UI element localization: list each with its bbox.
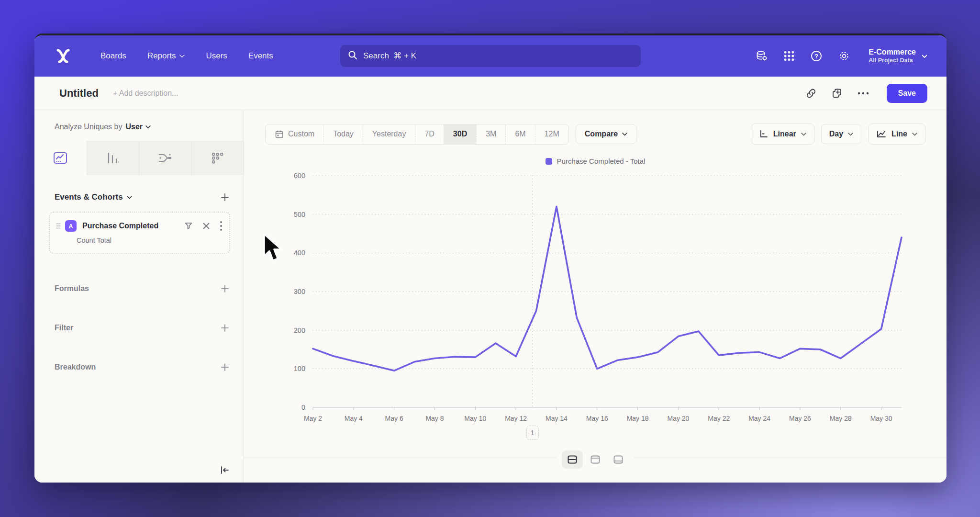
filter-event-icon[interactable]: [184, 222, 193, 230]
svg-text:600: 600: [294, 172, 305, 180]
analyze-label: Analyze Uniques by: [55, 123, 122, 131]
svg-text:May 22: May 22: [708, 415, 730, 422]
sidebar-sections: FormulasFilterBreakdown: [34, 284, 244, 371]
data-management-icon[interactable]: [756, 50, 768, 62]
nav-right-group: ? E-Commerce All Project Data: [756, 47, 927, 65]
legend-series-label: Purchase Completed - Total: [557, 157, 646, 165]
search-icon: [348, 50, 357, 62]
layout-top-panel-button[interactable]: [585, 450, 606, 469]
range-7d[interactable]: 7D: [415, 124, 443, 144]
layout-toggle-group: [558, 449, 633, 471]
line-chart[interactable]: 0100200300400500600May 2May 4May 6May 8M…: [244, 168, 947, 438]
add-description-field[interactable]: + Add description...: [113, 89, 178, 98]
series-page-badge[interactable]: 1: [526, 426, 539, 440]
linear-axis-icon: [759, 129, 768, 139]
tab-insights[interactable]: [34, 141, 87, 175]
nav-item-boards[interactable]: Boards: [100, 51, 126, 61]
svg-text:?: ?: [814, 53, 818, 60]
search-bar[interactable]: [340, 45, 641, 67]
svg-text:May 12: May 12: [505, 415, 527, 422]
help-icon[interactable]: ?: [810, 50, 823, 62]
tab-funnels[interactable]: [87, 141, 140, 175]
mixpanel-logo-icon[interactable]: [54, 47, 73, 65]
add-formulas-button[interactable]: [221, 284, 229, 293]
app-window: BoardsReportsUsersEvents: [34, 34, 947, 483]
chart-display-controls: Linear Day Line: [751, 124, 925, 145]
search-input[interactable]: [363, 51, 633, 61]
event-name[interactable]: Purchase Completed: [82, 222, 158, 230]
sidebar-section-breakdown: Breakdown: [55, 363, 229, 371]
interval-dropdown[interactable]: Day: [821, 124, 861, 144]
query-builder-sidebar: Analyze Uniques by User Events & Cohorts: [34, 110, 244, 483]
drag-handle-icon[interactable]: [56, 223, 61, 229]
report-title[interactable]: Untitled: [59, 87, 99, 100]
tab-retention[interactable]: [192, 141, 244, 175]
project-switcher[interactable]: E-Commerce All Project Data: [869, 47, 927, 65]
sidebar-section-filter: Filter: [55, 324, 229, 332]
event-more-options-icon[interactable]: [220, 221, 223, 231]
apps-grid-icon[interactable]: [783, 50, 795, 62]
svg-text:May 8: May 8: [425, 415, 444, 422]
line-chart-icon: [876, 129, 887, 139]
chevron-down-icon: [145, 125, 151, 129]
svg-text:400: 400: [294, 249, 305, 257]
range-30d[interactable]: 30D: [444, 124, 476, 144]
funnels-icon: [106, 152, 120, 164]
range-6m[interactable]: 6M: [505, 124, 535, 144]
range-custom[interactable]: Custom: [266, 124, 323, 144]
svg-text:May 24: May 24: [748, 415, 770, 422]
svg-text:May 18: May 18: [627, 415, 649, 422]
add-event-button[interactable]: [221, 193, 229, 202]
analyze-row: Analyze Uniques by User: [34, 123, 244, 131]
chart-type-dropdown[interactable]: Line: [868, 124, 925, 145]
settings-gear-icon[interactable]: [838, 50, 850, 62]
remove-event-icon[interactable]: [202, 222, 210, 230]
chevron-down-icon: [801, 133, 806, 136]
analyze-by-dropdown[interactable]: User: [125, 123, 151, 131]
nav-items: BoardsReportsUsersEvents: [100, 51, 273, 61]
svg-text:May 20: May 20: [667, 415, 689, 422]
add-filter-button[interactable]: [221, 324, 229, 332]
sidebar-section-formulas: Formulas: [55, 284, 229, 293]
range-12m[interactable]: 12M: [535, 124, 568, 144]
calendar-icon: [275, 130, 284, 139]
report-header-bar: Untitled + Add description...: [34, 77, 947, 110]
svg-text:May 28: May 28: [830, 415, 852, 422]
svg-text:0: 0: [301, 404, 305, 411]
save-button[interactable]: Save: [887, 84, 927, 103]
nav-item-users[interactable]: Users: [206, 51, 227, 61]
event-card-purchase-completed[interactable]: A Purchase Completed: [49, 212, 230, 254]
date-range-group: CustomTodayYesterday7D30D3M6M12M: [265, 124, 569, 145]
collapse-sidebar-icon[interactable]: [220, 465, 230, 475]
range-yesterday[interactable]: Yesterday: [363, 124, 415, 144]
chart-legend: Purchase Completed - Total: [244, 157, 947, 165]
top-navigation-bar: BoardsReportsUsersEvents: [34, 35, 947, 77]
svg-text:300: 300: [294, 288, 305, 295]
nav-item-events[interactable]: Events: [248, 51, 273, 61]
events-cohorts-title[interactable]: Events & Cohorts: [55, 192, 132, 202]
flows-icon: [158, 152, 172, 164]
compare-button[interactable]: Compare: [576, 124, 636, 144]
events-cohorts-header: Events & Cohorts: [55, 192, 229, 202]
insights-icon: [53, 152, 67, 164]
nav-item-reports[interactable]: Reports: [147, 51, 185, 61]
chevron-down-icon: [912, 133, 917, 136]
range-today[interactable]: Today: [323, 124, 363, 144]
more-options-icon[interactable]: [857, 91, 869, 95]
duplicate-icon[interactable]: [831, 88, 843, 99]
svg-text:May 2: May 2: [304, 415, 322, 422]
svg-text:May 6: May 6: [385, 415, 403, 422]
tab-flows[interactable]: [139, 141, 192, 175]
legend-swatch: [546, 158, 552, 165]
layout-bottom-panel-button[interactable]: [608, 450, 629, 469]
event-aggregation[interactable]: Count Total: [77, 236, 223, 244]
chevron-down-icon: [848, 133, 853, 136]
add-breakdown-button[interactable]: [221, 363, 229, 371]
project-subtitle: All Project Data: [869, 57, 916, 65]
layout-split-view-button[interactable]: [562, 450, 583, 469]
chart-panel: CustomTodayYesterday7D30D3M6M12M Compare…: [244, 110, 947, 483]
range-3m[interactable]: 3M: [476, 124, 505, 144]
svg-text:500: 500: [294, 211, 305, 218]
copy-link-icon[interactable]: [805, 88, 817, 99]
scale-dropdown[interactable]: Linear: [751, 124, 814, 145]
